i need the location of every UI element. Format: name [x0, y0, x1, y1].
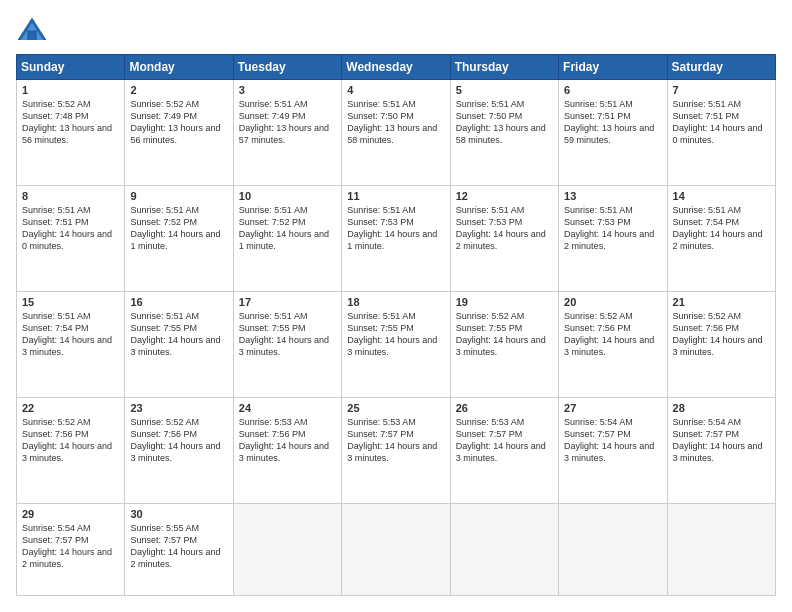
calendar-week-row: 29Sunrise: 5:54 AMSunset: 7:57 PMDayligh…: [17, 503, 776, 595]
calendar-day-cell: 7Sunrise: 5:51 AMSunset: 7:51 PMDaylight…: [667, 80, 775, 186]
day-number: 7: [673, 84, 770, 96]
calendar-day-cell: 5Sunrise: 5:51 AMSunset: 7:50 PMDaylight…: [450, 80, 558, 186]
day-info: Sunrise: 5:52 AMSunset: 7:55 PMDaylight:…: [456, 311, 546, 357]
weekday-header-monday: Monday: [125, 55, 233, 80]
day-number: 29: [22, 508, 119, 520]
day-number: 10: [239, 190, 336, 202]
day-info: Sunrise: 5:55 AMSunset: 7:57 PMDaylight:…: [130, 523, 220, 569]
calendar-day-cell: 13Sunrise: 5:51 AMSunset: 7:53 PMDayligh…: [559, 185, 667, 291]
day-info: Sunrise: 5:51 AMSunset: 7:54 PMDaylight:…: [22, 311, 112, 357]
calendar-week-row: 1Sunrise: 5:52 AMSunset: 7:48 PMDaylight…: [17, 80, 776, 186]
calendar-day-cell: [559, 503, 667, 595]
day-number: 17: [239, 296, 336, 308]
day-info: Sunrise: 5:51 AMSunset: 7:49 PMDaylight:…: [239, 99, 329, 145]
day-number: 3: [239, 84, 336, 96]
day-number: 18: [347, 296, 444, 308]
calendar-day-cell: 9Sunrise: 5:51 AMSunset: 7:52 PMDaylight…: [125, 185, 233, 291]
calendar-day-cell: 6Sunrise: 5:51 AMSunset: 7:51 PMDaylight…: [559, 80, 667, 186]
calendar-day-cell: 29Sunrise: 5:54 AMSunset: 7:57 PMDayligh…: [17, 503, 125, 595]
weekday-header-saturday: Saturday: [667, 55, 775, 80]
day-number: 1: [22, 84, 119, 96]
calendar-day-cell: 4Sunrise: 5:51 AMSunset: 7:50 PMDaylight…: [342, 80, 450, 186]
day-info: Sunrise: 5:54 AMSunset: 7:57 PMDaylight:…: [564, 417, 654, 463]
day-info: Sunrise: 5:51 AMSunset: 7:53 PMDaylight:…: [564, 205, 654, 251]
calendar-day-cell: 2Sunrise: 5:52 AMSunset: 7:49 PMDaylight…: [125, 80, 233, 186]
day-info: Sunrise: 5:52 AMSunset: 7:56 PMDaylight:…: [673, 311, 763, 357]
weekday-header-row: SundayMondayTuesdayWednesdayThursdayFrid…: [17, 55, 776, 80]
day-info: Sunrise: 5:53 AMSunset: 7:57 PMDaylight:…: [456, 417, 546, 463]
calendar-day-cell: [667, 503, 775, 595]
calendar-day-cell: 25Sunrise: 5:53 AMSunset: 7:57 PMDayligh…: [342, 397, 450, 503]
day-number: 4: [347, 84, 444, 96]
day-info: Sunrise: 5:52 AMSunset: 7:49 PMDaylight:…: [130, 99, 220, 145]
calendar-day-cell: 19Sunrise: 5:52 AMSunset: 7:55 PMDayligh…: [450, 291, 558, 397]
weekday-header-thursday: Thursday: [450, 55, 558, 80]
calendar-day-cell: 20Sunrise: 5:52 AMSunset: 7:56 PMDayligh…: [559, 291, 667, 397]
calendar-day-cell: [342, 503, 450, 595]
weekday-header-wednesday: Wednesday: [342, 55, 450, 80]
calendar-table: SundayMondayTuesdayWednesdayThursdayFrid…: [16, 54, 776, 596]
day-info: Sunrise: 5:51 AMSunset: 7:50 PMDaylight:…: [347, 99, 437, 145]
calendar-day-cell: 12Sunrise: 5:51 AMSunset: 7:53 PMDayligh…: [450, 185, 558, 291]
weekday-header-sunday: Sunday: [17, 55, 125, 80]
calendar-day-cell: 22Sunrise: 5:52 AMSunset: 7:56 PMDayligh…: [17, 397, 125, 503]
day-number: 27: [564, 402, 661, 414]
calendar-day-cell: 28Sunrise: 5:54 AMSunset: 7:57 PMDayligh…: [667, 397, 775, 503]
day-info: Sunrise: 5:51 AMSunset: 7:51 PMDaylight:…: [564, 99, 654, 145]
day-number: 23: [130, 402, 227, 414]
day-number: 14: [673, 190, 770, 202]
calendar-week-row: 22Sunrise: 5:52 AMSunset: 7:56 PMDayligh…: [17, 397, 776, 503]
day-number: 30: [130, 508, 227, 520]
day-number: 11: [347, 190, 444, 202]
day-number: 5: [456, 84, 553, 96]
day-number: 15: [22, 296, 119, 308]
day-info: Sunrise: 5:52 AMSunset: 7:56 PMDaylight:…: [564, 311, 654, 357]
day-number: 19: [456, 296, 553, 308]
calendar-day-cell: 17Sunrise: 5:51 AMSunset: 7:55 PMDayligh…: [233, 291, 341, 397]
logo-icon: [16, 16, 48, 44]
day-number: 8: [22, 190, 119, 202]
day-info: Sunrise: 5:51 AMSunset: 7:53 PMDaylight:…: [347, 205, 437, 251]
day-info: Sunrise: 5:51 AMSunset: 7:55 PMDaylight:…: [130, 311, 220, 357]
day-info: Sunrise: 5:53 AMSunset: 7:57 PMDaylight:…: [347, 417, 437, 463]
day-info: Sunrise: 5:51 AMSunset: 7:51 PMDaylight:…: [22, 205, 112, 251]
day-info: Sunrise: 5:51 AMSunset: 7:52 PMDaylight:…: [239, 205, 329, 251]
calendar-day-cell: 10Sunrise: 5:51 AMSunset: 7:52 PMDayligh…: [233, 185, 341, 291]
day-number: 16: [130, 296, 227, 308]
calendar-day-cell: [450, 503, 558, 595]
calendar-day-cell: 14Sunrise: 5:51 AMSunset: 7:54 PMDayligh…: [667, 185, 775, 291]
day-info: Sunrise: 5:52 AMSunset: 7:56 PMDaylight:…: [22, 417, 112, 463]
day-number: 28: [673, 402, 770, 414]
day-info: Sunrise: 5:51 AMSunset: 7:54 PMDaylight:…: [673, 205, 763, 251]
calendar-day-cell: 26Sunrise: 5:53 AMSunset: 7:57 PMDayligh…: [450, 397, 558, 503]
day-number: 22: [22, 402, 119, 414]
day-number: 24: [239, 402, 336, 414]
calendar-week-row: 15Sunrise: 5:51 AMSunset: 7:54 PMDayligh…: [17, 291, 776, 397]
day-number: 21: [673, 296, 770, 308]
page: SundayMondayTuesdayWednesdayThursdayFrid…: [0, 0, 792, 612]
calendar-day-cell: 18Sunrise: 5:51 AMSunset: 7:55 PMDayligh…: [342, 291, 450, 397]
calendar-day-cell: 16Sunrise: 5:51 AMSunset: 7:55 PMDayligh…: [125, 291, 233, 397]
day-info: Sunrise: 5:51 AMSunset: 7:55 PMDaylight:…: [347, 311, 437, 357]
weekday-header-tuesday: Tuesday: [233, 55, 341, 80]
logo: [16, 16, 52, 44]
day-number: 9: [130, 190, 227, 202]
calendar-day-cell: 30Sunrise: 5:55 AMSunset: 7:57 PMDayligh…: [125, 503, 233, 595]
day-info: Sunrise: 5:54 AMSunset: 7:57 PMDaylight:…: [673, 417, 763, 463]
day-info: Sunrise: 5:52 AMSunset: 7:56 PMDaylight:…: [130, 417, 220, 463]
day-number: 26: [456, 402, 553, 414]
day-number: 20: [564, 296, 661, 308]
day-number: 13: [564, 190, 661, 202]
weekday-header-friday: Friday: [559, 55, 667, 80]
day-info: Sunrise: 5:51 AMSunset: 7:52 PMDaylight:…: [130, 205, 220, 251]
calendar-day-cell: 1Sunrise: 5:52 AMSunset: 7:48 PMDaylight…: [17, 80, 125, 186]
calendar-day-cell: 8Sunrise: 5:51 AMSunset: 7:51 PMDaylight…: [17, 185, 125, 291]
calendar-day-cell: 27Sunrise: 5:54 AMSunset: 7:57 PMDayligh…: [559, 397, 667, 503]
day-number: 12: [456, 190, 553, 202]
calendar-day-cell: [233, 503, 341, 595]
calendar-day-cell: 11Sunrise: 5:51 AMSunset: 7:53 PMDayligh…: [342, 185, 450, 291]
calendar-day-cell: 21Sunrise: 5:52 AMSunset: 7:56 PMDayligh…: [667, 291, 775, 397]
day-number: 25: [347, 402, 444, 414]
day-info: Sunrise: 5:51 AMSunset: 7:53 PMDaylight:…: [456, 205, 546, 251]
day-info: Sunrise: 5:54 AMSunset: 7:57 PMDaylight:…: [22, 523, 112, 569]
